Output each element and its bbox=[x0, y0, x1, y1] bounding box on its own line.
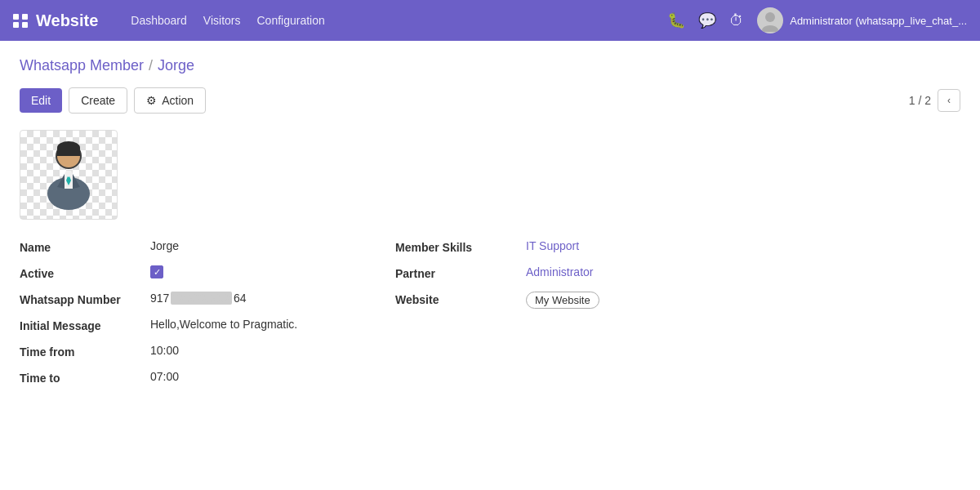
nav-dashboard[interactable]: Dashboard bbox=[131, 14, 187, 27]
action-label: Action bbox=[162, 94, 194, 107]
field-partner: Partner Administrator bbox=[395, 265, 722, 280]
username-label: Administrator (whatsapp_live_chat_... bbox=[790, 15, 967, 27]
field-active: Active bbox=[20, 265, 346, 280]
value-initial-message: Hello,Welcome to Pragmatic. bbox=[150, 318, 297, 331]
edit-button[interactable]: Edit bbox=[20, 88, 62, 113]
label-time-to: Time to bbox=[20, 370, 150, 385]
fields-right: Member Skills IT Support Partner Adminis… bbox=[395, 239, 722, 396]
breadcrumb-parent[interactable]: Whatsapp Member bbox=[20, 57, 144, 74]
breadcrumb: Whatsapp Member / Jorge bbox=[20, 57, 960, 74]
field-whatsapp-number: Whatsapp Number 917XXXXXXXX64 bbox=[20, 292, 346, 306]
page-content: Whatsapp Member / Jorge Edit Create ⚙ Ac… bbox=[0, 41, 980, 412]
value-name: Jorge bbox=[150, 239, 179, 252]
field-website: Website My Website bbox=[395, 292, 722, 309]
action-button[interactable]: ⚙ Action bbox=[134, 87, 206, 114]
field-initial-message: Initial Message Hello,Welcome to Pragmat… bbox=[20, 318, 346, 332]
app-logo[interactable]: Website bbox=[13, 11, 98, 30]
toolbar: Edit Create ⚙ Action 1 / 2 ‹ bbox=[20, 87, 960, 114]
svg-point-0 bbox=[765, 12, 775, 22]
field-member-skills: Member Skills IT Support bbox=[395, 239, 722, 254]
topbar: Website Dashboard Visitors Configuration… bbox=[0, 0, 980, 41]
value-member-skills[interactable]: IT Support bbox=[526, 239, 579, 252]
bug-icon[interactable]: 🐛 bbox=[667, 11, 685, 29]
nav-visitors[interactable]: Visitors bbox=[203, 14, 241, 27]
clock-icon[interactable]: ⏱ bbox=[729, 12, 744, 29]
label-name: Name bbox=[20, 239, 150, 254]
main-nav: Dashboard Visitors Configuration bbox=[131, 14, 324, 27]
field-name: Name Jorge bbox=[20, 239, 346, 254]
app-name: Website bbox=[36, 11, 98, 30]
field-time-to: Time to 07:00 bbox=[20, 370, 346, 385]
fields-left: Name Jorge Active Whatsapp Number 917XXX… bbox=[20, 239, 346, 396]
fields-section: Name Jorge Active Whatsapp Number 917XXX… bbox=[20, 239, 960, 396]
chat-icon[interactable]: 💬 bbox=[698, 11, 716, 29]
checkbox-active[interactable] bbox=[150, 265, 163, 278]
user-menu[interactable]: Administrator (whatsapp_live_chat_... bbox=[757, 7, 967, 33]
nav-configuration[interactable]: Configuration bbox=[256, 14, 324, 27]
label-initial-message: Initial Message bbox=[20, 318, 150, 332]
value-whatsapp-number: 917XXXXXXXX64 bbox=[150, 292, 247, 305]
label-active: Active bbox=[20, 265, 150, 280]
label-website: Website bbox=[395, 292, 526, 306]
pagination-text: 1 / 2 bbox=[909, 94, 931, 107]
grid-icon bbox=[13, 14, 28, 28]
topbar-right: 🐛 💬 ⏱ Administrator (whatsapp_live_chat_… bbox=[667, 7, 967, 33]
label-member-skills: Member Skills bbox=[395, 239, 526, 254]
field-time-from: Time from 10:00 bbox=[20, 344, 346, 359]
pagination-prev[interactable]: ‹ bbox=[938, 89, 960, 112]
member-avatar[interactable] bbox=[20, 130, 118, 220]
svg-rect-5 bbox=[57, 148, 80, 156]
label-time-from: Time from bbox=[20, 344, 150, 359]
pagination: 1 / 2 ‹ bbox=[909, 89, 960, 112]
website-badge[interactable]: My Website bbox=[526, 292, 599, 309]
gear-icon: ⚙ bbox=[146, 94, 157, 107]
label-partner: Partner bbox=[395, 265, 526, 280]
breadcrumb-separator: / bbox=[149, 57, 153, 74]
avatar-section bbox=[20, 130, 960, 220]
value-time-to: 07:00 bbox=[150, 370, 179, 383]
avatar-image bbox=[36, 138, 101, 212]
value-partner[interactable]: Administrator bbox=[526, 265, 593, 278]
label-whatsapp-number: Whatsapp Number bbox=[20, 292, 150, 306]
avatar bbox=[757, 7, 783, 33]
breadcrumb-current: Jorge bbox=[158, 57, 194, 74]
value-time-from: 10:00 bbox=[150, 344, 179, 357]
svg-point-1 bbox=[762, 25, 778, 32]
create-button[interactable]: Create bbox=[69, 87, 127, 114]
